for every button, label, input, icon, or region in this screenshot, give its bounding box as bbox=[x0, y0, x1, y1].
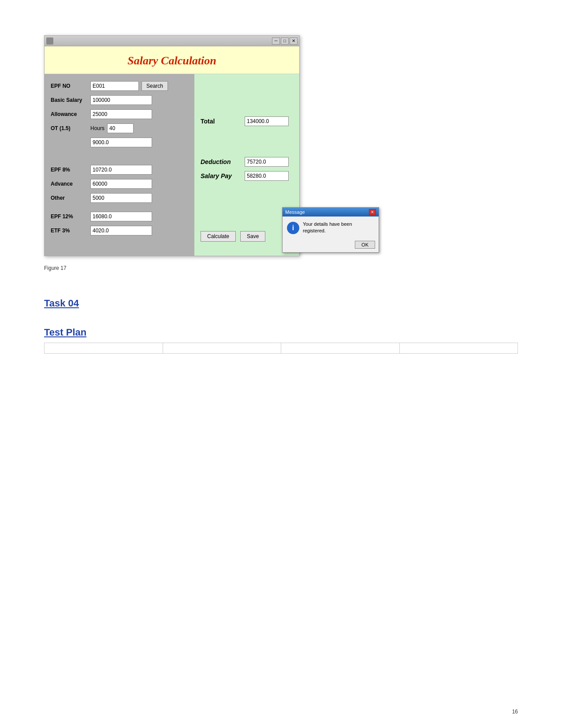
deduction-label: Deduction bbox=[201, 158, 245, 165]
deduction-row: Deduction bbox=[201, 157, 293, 167]
salarypay-input bbox=[245, 171, 289, 181]
table-cell bbox=[45, 343, 163, 354]
ok-button[interactable]: OK bbox=[355, 241, 375, 249]
allowance-input[interactable] bbox=[90, 109, 152, 119]
left-panel: EPF NO Search Basic Salary Allowance bbox=[45, 74, 194, 256]
advance-label: Advance bbox=[51, 181, 90, 187]
epf8-input bbox=[90, 165, 152, 175]
dialog-close-button[interactable]: ✕ bbox=[369, 209, 376, 215]
page-number: 16 bbox=[512, 709, 518, 715]
total-input bbox=[245, 116, 289, 126]
test-table bbox=[44, 343, 518, 354]
table-cell bbox=[399, 343, 518, 354]
restore-button[interactable]: □ bbox=[281, 37, 289, 45]
hours-input[interactable] bbox=[107, 123, 134, 133]
epf12-input bbox=[90, 212, 152, 221]
task-section: Task 04 Test Plan bbox=[44, 298, 518, 354]
dialog-message: Your details have been registered. bbox=[303, 221, 374, 235]
close-button[interactable]: ✕ bbox=[290, 37, 298, 45]
epf-no-input[interactable] bbox=[90, 81, 139, 91]
ot-result-row bbox=[90, 138, 188, 147]
button-row: Calculate Save bbox=[201, 231, 293, 242]
dialog-footer: OK bbox=[283, 239, 379, 252]
total-row: Total bbox=[201, 116, 293, 126]
test-plan-heading: Test Plan bbox=[44, 327, 518, 338]
epf8-row: EPF 8% bbox=[51, 165, 188, 175]
app-icon bbox=[46, 37, 53, 45]
advance-row: Advance bbox=[51, 179, 188, 189]
minimize-button[interactable]: ─ bbox=[272, 37, 280, 45]
calculate-button[interactable]: Calculate bbox=[201, 231, 236, 242]
ot-label: OT (1.5) bbox=[51, 125, 90, 131]
search-button[interactable]: Search bbox=[141, 81, 168, 91]
dialog-body: i Your details have been registered. bbox=[283, 217, 379, 239]
allowance-label: Allowance bbox=[51, 111, 90, 117]
table-cell bbox=[163, 343, 281, 354]
epf8-label: EPF 8% bbox=[51, 167, 90, 173]
message-dialog: Message ✕ i Your details have been regis… bbox=[282, 207, 379, 253]
epf-no-row: EPF NO Search bbox=[51, 81, 188, 91]
epf12-row: EPF 12% bbox=[51, 212, 188, 221]
deduction-input bbox=[245, 157, 289, 167]
right-section-top: Total Deduction Salary Pay bbox=[201, 81, 293, 228]
app-header: Salary Calculation bbox=[45, 46, 299, 74]
table-cell bbox=[281, 343, 400, 354]
etf3-input bbox=[90, 226, 152, 235]
epf-no-label: EPF NO bbox=[51, 83, 90, 89]
other-row: Other bbox=[51, 193, 188, 203]
etf3-row: ETF 3% bbox=[51, 226, 188, 235]
other-input[interactable] bbox=[90, 193, 152, 203]
window-controls: ─ □ ✕ bbox=[272, 37, 298, 45]
hours-label: Hours bbox=[90, 125, 104, 131]
basic-salary-input[interactable] bbox=[90, 95, 152, 105]
ot-row: OT (1.5) Hours bbox=[51, 123, 188, 133]
ot-result-input bbox=[90, 138, 152, 147]
etf3-label: ETF 3% bbox=[51, 228, 90, 234]
allowance-row: Allowance bbox=[51, 109, 188, 119]
title-bar: ─ □ ✕ bbox=[45, 36, 299, 46]
dialog-title-bar: Message ✕ bbox=[283, 208, 379, 217]
salarypay-label: Salary Pay bbox=[201, 172, 245, 179]
task-heading: Task 04 bbox=[44, 298, 518, 309]
basic-salary-row: Basic Salary bbox=[51, 95, 188, 105]
salarypay-row: Salary Pay bbox=[201, 171, 293, 181]
advance-input[interactable] bbox=[90, 179, 152, 189]
table-row bbox=[45, 343, 518, 354]
basic-salary-label: Basic Salary bbox=[51, 97, 90, 103]
app-title: Salary Calculation bbox=[53, 54, 290, 67]
other-label: Other bbox=[51, 195, 90, 201]
dialog-title: Message bbox=[285, 209, 305, 215]
app-window: ─ □ ✕ Salary Calculation EPF NO Search bbox=[44, 35, 300, 256]
app-body: EPF NO Search Basic Salary Allowance bbox=[45, 74, 299, 256]
total-label: Total bbox=[201, 118, 245, 125]
info-icon: i bbox=[287, 222, 299, 234]
figure-caption: Figure 17 bbox=[44, 265, 518, 271]
save-button[interactable]: Save bbox=[240, 231, 265, 242]
epf12-label: EPF 12% bbox=[51, 213, 90, 220]
